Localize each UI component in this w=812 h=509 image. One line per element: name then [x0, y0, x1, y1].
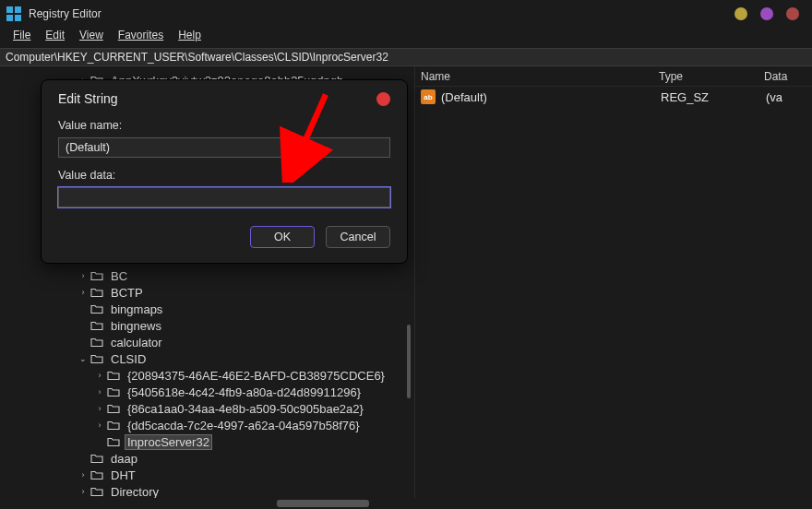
value-name-label: Value name:	[58, 119, 390, 132]
folder-icon	[90, 468, 103, 481]
string-value-icon: ab	[421, 89, 436, 104]
tree-node-label: {5405618e-4c42-4fb9-a80a-d24d89911296}	[125, 385, 363, 399]
col-name[interactable]: Name	[415, 70, 653, 83]
tree-row[interactable]: ›{20894375-46AE-46E2-BAFD-CB38975CDCE6}	[0, 367, 414, 384]
dialog-close-icon[interactable]	[376, 92, 390, 106]
regedit-icon	[6, 6, 22, 22]
col-type[interactable]: Type	[653, 70, 758, 83]
tree-node-label: calculator	[109, 336, 164, 349]
chevron-right-icon[interactable]: ›	[94, 420, 105, 431]
chevron-right-icon[interactable]: ›	[78, 270, 89, 281]
svg-rect-0	[6, 6, 13, 13]
twisty-none	[94, 436, 105, 447]
list-body: ab(Default)REG_SZ(va	[415, 87, 812, 498]
folder-icon	[90, 485, 103, 498]
tree-row[interactable]: bingnews	[0, 317, 414, 334]
tree-row[interactable]: ›{86ca1aa0-34aa-4e8b-a509-50c905bae2a2}	[0, 400, 414, 417]
tree-node-label: InprocServer32	[125, 435, 211, 449]
dialog-title: Edit String	[58, 91, 376, 106]
window-controls	[734, 7, 799, 20]
value-name-field[interactable]	[58, 137, 390, 158]
menu-view[interactable]: View	[72, 28, 111, 44]
maximize-dot[interactable]	[760, 7, 773, 20]
folder-icon	[90, 319, 103, 332]
value-name-cell: (Default)	[441, 90, 661, 104]
edit-string-dialog: Edit String Value name: Value data: OK C…	[41, 79, 408, 264]
folder-icon	[90, 352, 103, 365]
address-bar[interactable]: Computer\HKEY_CURRENT_USER\Software\Clas…	[0, 48, 812, 66]
tree-row[interactable]: bingmaps	[0, 301, 414, 317]
tree-node-label: BC	[109, 269, 129, 283]
folder-icon	[90, 452, 103, 465]
twisty-none	[78, 320, 89, 331]
tree-row[interactable]: ›{5405618e-4c42-4fb9-a80a-d24d89911296}	[0, 384, 414, 400]
close-dot[interactable]	[786, 7, 799, 20]
tree-row[interactable]: calculator	[0, 334, 414, 350]
twisty-none	[78, 303, 89, 314]
chevron-right-icon[interactable]: ›	[94, 386, 105, 397]
tree-node-label: CLSID	[109, 352, 148, 366]
value-data-field[interactable]	[58, 187, 390, 207]
ok-button[interactable]: OK	[250, 226, 315, 248]
tree-node-label: {20894375-46AE-46E2-BAFD-CB38975CDCE6}	[125, 369, 387, 383]
svg-rect-1	[15, 6, 21, 13]
list-header[interactable]: Name Type Data	[415, 66, 812, 87]
chevron-right-icon[interactable]: ›	[94, 403, 105, 414]
chevron-right-icon[interactable]: ›	[94, 370, 105, 381]
tree-row[interactable]: ›{dd5cacda-7c2e-4997-a62a-04a597b58f76}	[0, 417, 414, 433]
value-data-label: Value data:	[58, 169, 390, 182]
tree-row[interactable]: ›DHT	[0, 467, 414, 483]
tree-row[interactable]: ›Directory	[0, 483, 414, 498]
tree-node-label: bingnews	[109, 319, 163, 333]
folder-icon	[107, 419, 120, 432]
folder-icon	[107, 435, 120, 448]
tree-row[interactable]: daap	[0, 450, 414, 467]
chevron-down-icon[interactable]: ⌄	[78, 353, 89, 364]
folder-icon	[90, 286, 103, 299]
tree-scrollbar[interactable]	[407, 325, 411, 398]
tree-node-label: Directory	[109, 485, 161, 499]
folder-icon	[90, 269, 103, 282]
list-row[interactable]: ab(Default)REG_SZ(va	[415, 87, 812, 107]
chevron-right-icon[interactable]: ›	[78, 287, 89, 298]
tree-row[interactable]: ›BCTP	[0, 284, 414, 301]
tree-node-label: BCTP	[109, 286, 145, 300]
folder-icon	[90, 302, 103, 315]
menu-bar: File Edit View Favorites Help	[0, 28, 812, 48]
value-type-cell: REG_SZ	[661, 90, 766, 104]
tree-row[interactable]: ›BC	[0, 267, 414, 284]
folder-icon	[107, 385, 120, 398]
folder-icon	[90, 336, 103, 349]
col-data[interactable]: Data	[758, 70, 812, 83]
tree-node-label: bingmaps	[109, 302, 164, 316]
tree-node-label: {86ca1aa0-34aa-4e8b-a509-50c905bae2a2}	[125, 402, 365, 416]
value-list-pane: Name Type Data ab(Default)REG_SZ(va	[415, 66, 812, 498]
tree-row[interactable]: ⌄CLSID	[0, 350, 414, 367]
minimize-dot[interactable]	[734, 7, 747, 20]
bottom-scrollbar-thumb[interactable]	[277, 500, 369, 507]
menu-favorites[interactable]: Favorites	[111, 28, 171, 44]
tree-node-label: DHT	[109, 468, 137, 482]
window-title: Registry Editor	[29, 7, 102, 20]
svg-rect-2	[6, 15, 13, 21]
svg-rect-3	[15, 15, 21, 21]
tree-row[interactable]: InprocServer32	[0, 433, 414, 450]
cancel-button[interactable]: Cancel	[326, 226, 390, 248]
menu-help[interactable]: Help	[171, 28, 209, 44]
menu-file[interactable]: File	[6, 28, 38, 44]
tree-node-label: daap	[109, 452, 139, 466]
twisty-none	[78, 453, 89, 464]
title-bar: Registry Editor	[0, 0, 812, 28]
tree-node-label: {dd5cacda-7c2e-4997-a62a-04a597b58f76}	[125, 419, 362, 432]
chevron-right-icon[interactable]: ›	[78, 486, 89, 497]
bottom-scrollbar-track	[0, 498, 812, 509]
twisty-none	[78, 337, 89, 348]
folder-icon	[107, 369, 120, 382]
value-data-cell: (va	[766, 90, 812, 104]
folder-icon	[107, 402, 120, 415]
menu-edit[interactable]: Edit	[38, 28, 72, 44]
chevron-right-icon[interactable]: ›	[78, 469, 89, 480]
